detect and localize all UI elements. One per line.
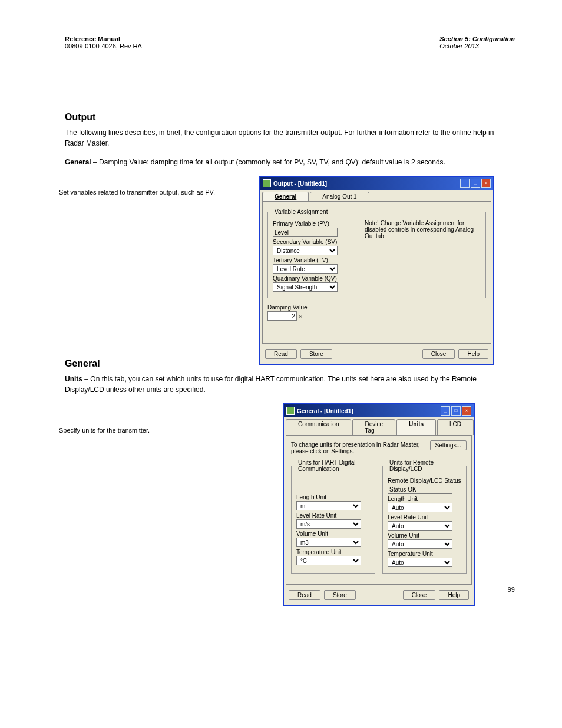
output-window-icon: Output - [Untitled1] — [263, 179, 327, 187]
tab-analog-out-1[interactable]: Analog Out 1 — [310, 192, 369, 201]
close-icon[interactable]: × — [462, 406, 471, 416]
close-button[interactable]: Close — [403, 590, 436, 600]
store-button[interactable]: Store — [324, 590, 356, 600]
minimize-icon[interactable]: _ — [441, 406, 450, 416]
damping-unit: s — [299, 313, 302, 319]
section-date: October 2013 — [439, 42, 515, 50]
section-title-right: Section 5: Configuration — [439, 35, 515, 42]
settings-button[interactable]: Settings... — [430, 440, 467, 450]
output-callout: Set variables related to transmitter out… — [59, 189, 215, 196]
units-instruction: To change units for presentation in Rada… — [291, 442, 427, 454]
tab-general[interactable]: General — [262, 192, 309, 201]
lcd-units-legend: Units for Remote Display/LCD — [388, 459, 461, 472]
output-general-label: General — [65, 158, 91, 166]
output-general-body: Damping Value: damping time for all outp… — [99, 158, 445, 166]
maximize-icon[interactable]: □ — [471, 179, 480, 188]
general-para-1: Units – On this tab, you can set which u… — [65, 374, 513, 395]
output-window-title: Output - [Untitled1] — [273, 180, 327, 187]
manual-code: 00809-0100-4026, Rev HA — [65, 42, 142, 50]
output-para-1: The following lines describes, in brief,… — [65, 127, 513, 149]
store-button[interactable]: Store — [300, 349, 332, 359]
tv-label: Tertiary Variable (TV) — [273, 257, 355, 263]
temperature-unit-label: Temperature Unit — [296, 549, 370, 555]
sv-select[interactable]: Distance — [273, 246, 338, 255]
lcd-temperature-unit-label: Temperature Unit — [388, 551, 461, 557]
help-button[interactable]: Help — [458, 349, 488, 359]
minimize-icon[interactable]: _ — [460, 179, 470, 188]
close-button[interactable]: Close — [422, 349, 455, 359]
tab-lcd[interactable]: LCD — [437, 419, 474, 435]
section-output-heading: Output — [65, 112, 515, 123]
lcd-temperature-unit-select[interactable]: Auto — [388, 558, 452, 567]
read-button[interactable]: Read — [289, 590, 320, 600]
output-window-titlebar: Output - [Untitled1] _ □ × — [260, 177, 493, 190]
tab-units[interactable]: Units — [396, 419, 436, 435]
volume-unit-select[interactable]: m3 — [296, 538, 361, 547]
lcd-level-rate-unit-label: Level Rate Unit — [388, 514, 461, 521]
general-window-titlebar: General - [Untitled1] _ □ × — [284, 404, 474, 417]
general-units-body: On this tab, you can set which units to … — [65, 375, 477, 394]
damping-label: Damping Value — [267, 304, 486, 311]
hart-units-legend: Units for HART Digital Communication — [296, 459, 370, 472]
damping-input[interactable] — [267, 311, 297, 321]
help-button[interactable]: Help — [439, 590, 469, 600]
sv-label: Secondary Variable (SV) — [273, 239, 355, 245]
lcd-status-value — [388, 485, 452, 494]
app-icon — [263, 179, 271, 187]
variable-assignment-legend: Variable Assignment — [273, 209, 329, 215]
maximize-icon[interactable]: □ — [451, 406, 461, 416]
length-unit-label: Length Unit — [296, 494, 370, 500]
level-rate-unit-label: Level Rate Unit — [296, 512, 370, 519]
app-icon — [286, 407, 295, 415]
general-callout: Specify units for the transmitter. — [59, 427, 150, 434]
general-units-label: Units — [65, 375, 82, 383]
output-para-2: General – Damping Value: damping time fo… — [65, 157, 513, 167]
pv-select — [273, 228, 338, 237]
variable-assignment-note: Note! Change Variable Assignment for dis… — [365, 220, 481, 239]
lcd-length-unit-select[interactable]: Auto — [388, 503, 452, 512]
manual-title: Reference Manual — [65, 35, 120, 42]
close-icon[interactable]: × — [481, 179, 491, 188]
general-window-title: General - [Untitled1] — [297, 408, 353, 414]
lcd-length-unit-label: Length Unit — [388, 496, 461, 502]
tab-communication[interactable]: Communication — [286, 419, 351, 435]
lcd-volume-unit-select[interactable]: Auto — [388, 539, 452, 549]
length-unit-select[interactable]: m — [296, 501, 361, 510]
qv-select[interactable]: Signal Strength — [273, 282, 338, 292]
tab-device-tag[interactable]: Device Tag — [352, 419, 395, 435]
temperature-unit-select[interactable]: °C — [296, 556, 361, 565]
qv-label: Quadinary Variable (QV) — [273, 275, 355, 282]
header-rule — [65, 88, 515, 88]
tv-select[interactable]: Level Rate — [273, 264, 338, 274]
lcd-volume-unit-label: Volume Unit — [388, 532, 461, 539]
volume-unit-label: Volume Unit — [296, 531, 370, 537]
lcd-status-label: Remote Display/LCD Status — [388, 477, 461, 484]
pv-label: Primary Variable (PV) — [273, 220, 355, 227]
lcd-level-rate-unit-select[interactable]: Auto — [388, 521, 452, 531]
level-rate-unit-select[interactable]: m/s — [296, 519, 361, 529]
read-button[interactable]: Read — [265, 349, 297, 359]
